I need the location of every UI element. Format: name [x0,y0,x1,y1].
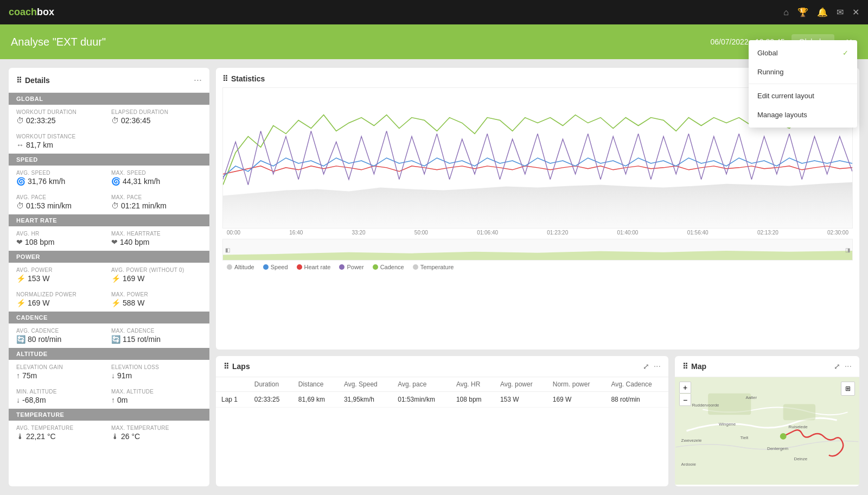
chart-icon: ⠿ [222,74,228,83]
zoom-in-button[interactable]: + [679,382,691,394]
dropdown-menu[interactable]: Global ✓ Running Edit current layout Man… [749,40,857,128]
dropdown-item-global[interactable]: Global ✓ [749,43,857,62]
main-content: ⠿ Details ··· GLOBAL WORKOUT DURATION ⏱ … [0,59,868,495]
elevation-gain: ELEVATION GAIN ↑ 75m [16,364,107,380]
statistics-title: ⠿ Statistics [222,74,265,83]
map-panel: ⠿ Map ⤢ ··· [675,356,859,486]
lap-norm-power: 169 W [547,392,606,408]
dropdown-item-running[interactable]: Running [749,62,857,81]
chart-left-handle[interactable]: ◧ [225,247,230,253]
grid-icon-laps: ⠿ [224,362,229,371]
check-icon: ✓ [843,49,848,57]
chart-xaxis: 00:00 16:40 33:20 50:00 01:06:40 01:23:2… [222,229,853,237]
legend-speed: Speed [263,264,288,270]
chart-right-handle[interactable]: ◨ [845,247,850,253]
section-altitude-header: ALTITUDE [9,348,209,360]
col-header-lap [216,377,249,392]
avg-cadence: AVG. CADENCE 🔄 80 rot/min [16,328,107,344]
expand-icon[interactable]: ⤢ [643,362,649,371]
svg-text:Dentergem: Dentergem [767,446,789,451]
section-temp-header: TEMPERATURE [9,409,209,421]
home-icon[interactable]: ⌂ [783,8,789,17]
max-pace: MAX. PACE ⏱ 01:21 min/km [111,194,202,210]
map-menu-button[interactable]: ··· [845,361,852,371]
col-header-avg-power: Avg. power [495,377,547,392]
max-altitude: MAX. ALTITUDE ↑ 0m [111,389,202,404]
modal-header: Analyse "EXT duur" 06/07/2022 - 12:32:45… [0,24,868,59]
elevation-loss: ELEVATION LOSS ↓ 91m [111,364,202,380]
lap-avg-cadence: 88 rot/min [605,392,668,408]
modal-title: Analyse "EXT duur" [11,36,106,48]
power-stats-row-1: AVG. POWER ⚡ 153 W AVG. POWER (WITHOUT 0… [9,263,209,287]
legend-power: Power [339,264,363,270]
min-altitude: MIN. ALTITUDE ↓ -68,8m [16,389,107,404]
legend-altitude: Altitude [227,264,254,270]
altitude-stats-row-1: ELEVATION GAIN ↑ 75m ELEVATION LOSS ↓ 91… [9,360,209,384]
dropdown-item-manage-layouts[interactable]: Manage layouts [749,105,857,124]
lap-label: Lap 1 [216,392,249,408]
lap-avg-hr: 108 bpm [451,392,495,408]
lap-avg-power: 153 W [495,392,547,408]
normalized-power: NORMALIZED POWER ⚡ 169 W [16,291,107,307]
mini-chart[interactable]: ◧ ◨ [222,239,853,261]
col-header-avg-hr: Avg. HR [451,377,495,392]
map-zoom-controls[interactable]: + − [679,382,691,406]
dropdown-divider [749,84,857,84]
dropdown-item-edit-layout[interactable]: Edit current layout [749,86,857,105]
top-bar-right: ⌂ 🏆 🔔 ✉ ✕ [783,7,859,17]
avg-hr: AVG. HR ❤ 108 bpm [16,231,107,246]
col-header-norm-power: Norm. power [547,377,606,392]
right-panel: ⠿ Statistics ⏱ ↔ [216,68,859,486]
legend-heartrate: Heart rate [297,264,331,270]
col-header-avg-pace: Avg. pace [392,377,451,392]
laps-table: Duration Distance Avg. Speed Avg. pace A… [216,377,668,408]
col-header-avg-speed: Avg. Speed [339,377,392,392]
temp-stats-row: AVG. TEMPERATURE 🌡 22,21 °C MAX. TEMPERA… [9,421,209,445]
col-header-avg-cadence: Avg. Cadence [605,377,668,392]
grid-icon: ⠿ [16,76,22,85]
close-icon[interactable]: ✕ [852,7,859,17]
col-header-duration: Duration [249,377,293,392]
lap-duration: 02:33:25 [249,392,293,408]
top-bar: coachbox ⌂ 🏆 🔔 ✉ ✕ [0,0,868,24]
altitude-area [223,182,852,228]
svg-text:Ruddervoorde: Ruddervoorde [692,403,719,408]
map-icon: ⠿ [682,362,688,371]
expand-map-icon[interactable]: ⤢ [834,362,840,371]
mail-icon[interactable]: ✉ [837,7,844,17]
avg-pace: AVG. PACE ⏱ 01:53 min/km [16,194,107,210]
map-svg: Ruddervoorde Aalter Wingene Ruiselede Zw… [675,377,859,485]
lap-avg-speed: 31,95km/h [339,392,392,408]
max-cadence: MAX. CADENCE 🔄 115 rot/min [111,328,202,344]
workout-duration: WORKOUT DURATION ⏱ 02:33:25 [16,109,107,125]
avg-power: AVG. POWER ⚡ 153 W [16,267,107,283]
avg-temperature: AVG. TEMPERATURE 🌡 22,21 °C [16,425,107,441]
svg-rect-2 [783,404,815,421]
global-stats-row-1: WORKOUT DURATION ⏱ 02:33:25 ELAPSED DURA… [9,105,209,129]
content-area: ⠿ Details ··· GLOBAL WORKOUT DURATION ⏱ … [0,59,868,495]
map-header: ⠿ Map ⤢ ··· [675,356,859,377]
chart-legend: Altitude Speed Heart rate Power [222,261,853,274]
zoom-out-button[interactable]: − [679,394,691,406]
trophy-icon[interactable]: 🏆 [797,7,808,17]
bell-icon[interactable]: 🔔 [817,7,828,17]
table-row: Lap 1 02:33:25 81,69 km 31,95km/h 01:53m… [216,392,668,408]
legend-temperature: Temperature [413,264,454,270]
laps-panel: ⠿ Laps ⤢ ··· Duration [216,356,668,486]
max-speed: MAX. SPEED 🌀 44,31 km/h [111,170,202,186]
max-power: MAX. POWER ⚡ 588 W [111,291,202,307]
laps-menu-button[interactable]: ··· [654,361,661,371]
svg-text:Ardooie: Ardooie [681,462,697,467]
heartrate-line [223,166,852,174]
laps-controls: ⤢ ··· [643,361,661,371]
power-stats-row-2: NORMALIZED POWER ⚡ 169 W MAX. POWER ⚡ 58… [9,287,209,312]
layer-button[interactable]: ⊞ [841,382,855,396]
section-cadence-header: CADENCE [9,312,209,323]
map-body: Ruddervoorde Aalter Wingene Ruiselede Zw… [675,377,859,485]
avg-speed: AVG. SPEED 🌀 31,76 km/h [16,170,107,186]
details-menu-button[interactable]: ··· [194,74,202,86]
svg-text:Tielt: Tielt [741,435,749,440]
bottom-panels: ⠿ Laps ⤢ ··· Duration [216,356,859,486]
laps-title: ⠿ Laps [224,362,250,371]
svg-text:Zwevezele: Zwevezele [681,438,702,443]
